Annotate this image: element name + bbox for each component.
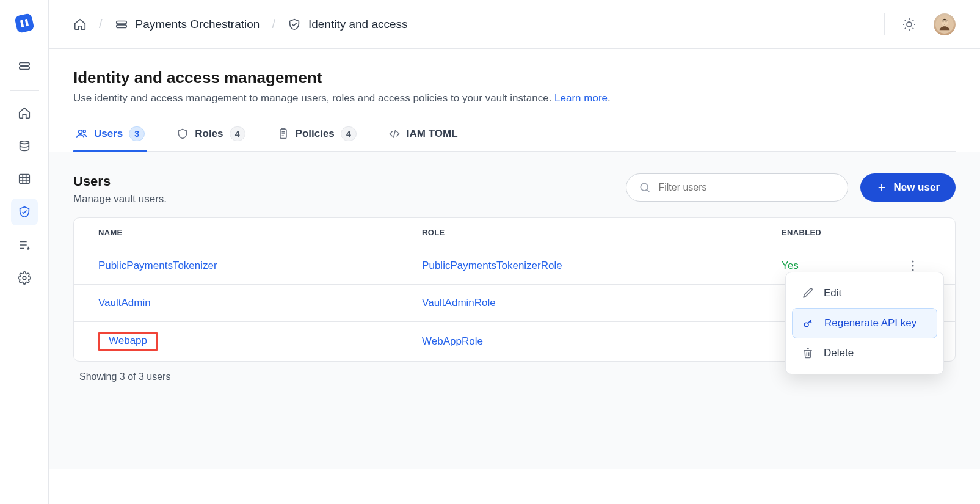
breadcrumb: / Payments Orchestration / Identity and …: [73, 17, 408, 31]
svg-point-14: [946, 21, 947, 23]
tab-count-badge: 3: [129, 126, 145, 141]
tab-label: Policies: [296, 128, 335, 140]
page-subtitle: Use identity and access management to ma…: [73, 92, 956, 104]
sidebar-item-security[interactable]: [11, 199, 38, 225]
breadcrumb-label: Identity and access: [308, 18, 408, 31]
tab-policies[interactable]: Policies 4: [275, 122, 359, 151]
row-actions-menu: Edit Regenerate API key Delete: [785, 272, 944, 374]
app-logo[interactable]: [12, 11, 37, 35]
sidebar-item-data[interactable]: [11, 133, 38, 159]
svg-point-5: [20, 141, 29, 144]
svg-point-13: [943, 21, 944, 23]
menu-item-edit[interactable]: Edit: [792, 279, 937, 308]
tab-count-badge: 4: [341, 126, 357, 141]
server-icon: [115, 18, 128, 31]
svg-point-20: [912, 265, 913, 266]
breadcrumb-separator: /: [99, 17, 103, 31]
filter-users-input[interactable]: [658, 182, 835, 193]
tabs: Users 3 Roles 4 Policies 4 IAM TOML: [73, 122, 956, 152]
svg-point-16: [83, 130, 85, 133]
topbar: / Payments Orchestration / Identity and …: [49, 0, 980, 49]
page-title: Identity and access management: [73, 68, 956, 87]
user-name-link[interactable]: VaultAdmin: [98, 297, 151, 309]
menu-item-label: Regenerate API key: [824, 317, 916, 329]
user-role-link[interactable]: VaultAdminRole: [422, 297, 496, 309]
trash-icon: [802, 347, 814, 359]
tab-iam-toml[interactable]: IAM TOML: [386, 122, 460, 151]
svg-rect-9: [116, 24, 126, 27]
svg-rect-4: [19, 67, 29, 70]
pencil-icon: [802, 287, 814, 299]
shield-icon: [176, 128, 189, 140]
svg-rect-6: [19, 175, 29, 184]
user-role-link[interactable]: WebAppRole: [422, 335, 483, 347]
avatar-face-icon: [935, 15, 954, 34]
tab-label: Roles: [195, 128, 223, 140]
menu-item-delete[interactable]: Delete: [792, 338, 937, 368]
sidebar-item-tables[interactable]: [11, 166, 38, 192]
section-title: Users: [73, 173, 167, 189]
svg-point-21: [912, 269, 913, 271]
user-avatar[interactable]: [934, 13, 956, 35]
shield-check-icon: [288, 18, 301, 31]
topbar-divider: [884, 13, 885, 35]
breadcrumb-separator: /: [272, 17, 275, 31]
sidebar-divider: [10, 90, 39, 91]
tab-count-badge: 4: [230, 126, 245, 141]
theme-toggle[interactable]: [902, 17, 916, 32]
home-icon: [73, 18, 87, 31]
menu-item-label: Delete: [824, 347, 854, 359]
user-name-link[interactable]: PublicPaymentsTokenizer: [98, 260, 217, 271]
highlighted-user: Webapp: [98, 332, 158, 351]
sidebar-item-orchestration[interactable]: [11, 53, 38, 79]
breadcrumb-home[interactable]: [73, 18, 87, 31]
svg-point-18: [641, 183, 648, 191]
new-user-button[interactable]: New user: [860, 173, 956, 202]
column-header-name: NAME: [74, 218, 397, 247]
breadcrumb-orchestration[interactable]: Payments Orchestration: [115, 18, 260, 31]
button-label: New user: [893, 181, 940, 194]
column-header-enabled: ENABLED: [757, 218, 871, 247]
users-icon: [76, 128, 88, 140]
user-name-link[interactable]: Webapp: [109, 335, 147, 346]
svg-point-7: [23, 276, 26, 280]
svg-rect-0: [14, 13, 34, 33]
sidebar-item-settings[interactable]: [11, 265, 38, 291]
code-icon: [388, 128, 401, 140]
column-header-role: ROLE: [397, 218, 757, 247]
breadcrumb-label: Payments Orchestration: [136, 18, 260, 31]
tab-label: Users: [94, 128, 123, 140]
search-icon: [639, 181, 651, 194]
svg-rect-8: [116, 21, 126, 24]
sidebar: [0, 0, 49, 504]
sidebar-item-home[interactable]: [11, 100, 38, 126]
document-icon: [277, 128, 289, 140]
users-table: NAME ROLE ENABLED PublicPaymentsTokenize…: [73, 217, 956, 362]
svg-point-15: [79, 130, 82, 134]
tab-label: IAM TOML: [407, 128, 458, 140]
tab-users[interactable]: Users 3: [73, 122, 147, 151]
breadcrumb-identity[interactable]: Identity and access: [288, 18, 408, 31]
enabled-value: Yes: [782, 260, 799, 271]
plus-icon: [876, 182, 887, 193]
sidebar-item-logs[interactable]: [11, 232, 38, 258]
svg-point-10: [907, 22, 912, 27]
sun-icon: [902, 17, 916, 32]
menu-item-regenerate[interactable]: Regenerate API key: [792, 308, 937, 338]
svg-point-19: [912, 260, 913, 262]
filter-users-input-wrapper[interactable]: [626, 173, 848, 202]
dots-vertical-icon: [912, 260, 914, 271]
svg-rect-3: [19, 63, 29, 66]
tab-roles[interactable]: Roles 4: [174, 122, 247, 151]
section-subtitle: Manage vault users.: [73, 193, 167, 205]
user-role-link[interactable]: PublicPaymentsTokenizerRole: [422, 260, 562, 271]
learn-more-link[interactable]: Learn more: [554, 92, 608, 104]
key-icon: [802, 317, 815, 329]
menu-item-label: Edit: [824, 287, 841, 299]
svg-point-28: [804, 323, 808, 327]
